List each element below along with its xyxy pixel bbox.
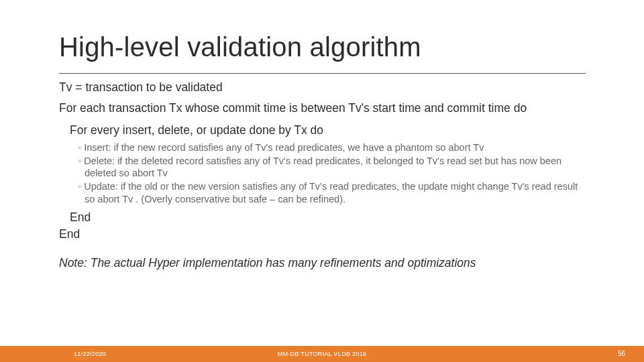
end-outer: End (59, 227, 589, 241)
note-line: Note: The actual Hyper implementation ha… (59, 256, 589, 270)
bullet-update: Update: if the old or the new version sa… (78, 180, 589, 204)
bullet-list: Insert: if the new record satisfies any … (78, 141, 589, 205)
title-divider (59, 73, 586, 74)
slide-title: High-level validation algorithm (59, 32, 421, 62)
bullet-delete: Delete: if the deleted record satisfies … (78, 155, 589, 179)
slide-body: Tv = transaction to be validated For eac… (59, 80, 589, 270)
footer-center: MM-DB TUTORIAL VLDB 2016 (0, 346, 644, 362)
definition-line: Tv = transaction to be validated (59, 80, 589, 95)
inner-loop-line: For every insert, delete, or update done… (70, 123, 589, 137)
end-inner: End (70, 210, 589, 225)
slide: High-level validation algorithm Tv = tra… (0, 0, 644, 362)
footer-page-number: 56 (618, 346, 625, 362)
outer-loop-line: For each transaction Tx whose commit tim… (59, 101, 589, 115)
bullet-insert: Insert: if the new record satisfies any … (78, 141, 589, 154)
